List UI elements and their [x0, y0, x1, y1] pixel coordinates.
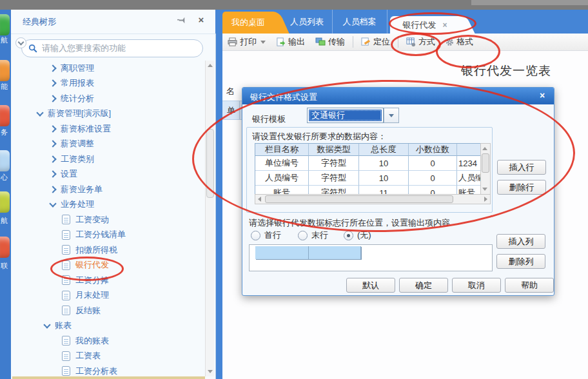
partial-table-header-row: 单	[222, 101, 242, 120]
scroll-down-icon[interactable]	[482, 188, 487, 191]
green-module-icon[interactable]	[0, 14, 10, 35]
tree-item[interactable]: 薪资管理[演示版]	[11, 106, 194, 122]
vermilion-module-icon[interactable]	[0, 237, 10, 258]
scroll-left-icon[interactable]	[258, 197, 261, 202]
tree-item[interactable]: 薪资调整	[11, 137, 194, 152]
locate-button[interactable]: 定位	[356, 35, 395, 49]
tree-item[interactable]: 工资变动	[11, 212, 194, 228]
scrollbar-thumb[interactable]	[265, 195, 453, 203]
pin-icon[interactable]	[177, 15, 189, 27]
tree-item[interactable]: 统计分析	[11, 91, 194, 106]
selected-bank-template: 交通银行	[309, 110, 382, 121]
radio-last-row[interactable]	[298, 231, 308, 240]
tree-item-bank-pay[interactable]: 银行代发	[11, 258, 194, 273]
close-icon[interactable]: ×	[195, 14, 207, 26]
report-title: 银行代发一览表	[461, 63, 551, 79]
delete-column-button[interactable]: 删除列	[496, 254, 545, 269]
scroll-up-icon[interactable]	[482, 147, 487, 150]
tab-my-desktop[interactable]: 我的桌面	[222, 12, 274, 34]
dialog-close-icon[interactable]: ×	[537, 90, 547, 101]
tab-close-icon[interactable]: ×	[442, 21, 447, 30]
combo-dropdown-button[interactable]	[384, 108, 399, 123]
scrollbar-thumb[interactable]	[482, 153, 489, 173]
document-icon	[62, 230, 70, 240]
chevron-down-icon	[18, 39, 24, 46]
document-icon	[62, 306, 70, 315]
mode-button[interactable]: 方式	[401, 35, 440, 49]
tab-personnel-file[interactable]: 人员档案	[332, 10, 387, 34]
tree-item[interactable]: 常用报表	[11, 76, 194, 92]
transfer-button[interactable]: 传输	[310, 35, 350, 49]
table-row[interactable]: 账号 字符型 11 0 账号	[255, 186, 481, 195]
red-module-icon[interactable]	[0, 105, 10, 126]
tab-bank-pay[interactable]: 银行代发 ×	[390, 16, 460, 34]
panel-collapse-button[interactable]	[15, 37, 26, 48]
tree-item[interactable]: 扣缴所得税	[11, 242, 194, 258]
tree-item[interactable]: 月末处理	[11, 288, 194, 304]
panel-bottom-strip	[12, 376, 205, 379]
dialog-title: 银行文件格式设置	[250, 92, 317, 103]
cancel-button[interactable]: 取消	[452, 278, 501, 293]
document-icon	[62, 351, 70, 361]
table-row[interactable]: 人员编号 字符型 10 0 人员编	[255, 171, 481, 186]
flag-row-position-radios: 首行 末行 (无)	[251, 230, 371, 240]
orange-module-icon[interactable]	[0, 60, 10, 81]
blue-module-icon[interactable]	[0, 150, 10, 171]
tree-item[interactable]: 反结账	[11, 303, 194, 318]
module-label: 心	[1, 173, 11, 181]
tree-item[interactable]: 我的账表	[11, 333, 194, 349]
help-button[interactable]: 帮助	[505, 278, 554, 293]
grid-header-cell[interactable]	[255, 246, 309, 259]
tree-item[interactable]: 业务处理	[11, 197, 194, 213]
tree-item[interactable]: 离职管理	[11, 61, 194, 76]
document-icon	[62, 336, 70, 345]
table-row[interactable]: 单位编号 字符型 10 0 1234	[255, 156, 481, 171]
dialog-titlebar[interactable]: 银行文件格式设置 ×	[242, 88, 554, 104]
tree-scrollbar[interactable]	[205, 61, 214, 376]
tree-item[interactable]: 工资类别	[11, 151, 194, 167]
radio-first-row[interactable]	[251, 231, 260, 240]
print-button[interactable]: 打印	[222, 35, 271, 49]
function-tree: 离职管理 常用报表 统计分析 薪资管理[演示版] 薪资标准设置 薪资调整 工资类…	[11, 61, 194, 379]
table-header-row: 栏目名称 数据类型 总长度 小数位数	[255, 144, 481, 156]
document-icon	[62, 291, 70, 300]
bank-template-select[interactable]: 交通银行	[307, 108, 384, 123]
default-button[interactable]: 默认	[346, 278, 395, 293]
tree-item[interactable]: 账表	[11, 318, 194, 334]
ok-button[interactable]: 确定	[399, 278, 448, 293]
dropdown-caret-icon[interactable]	[260, 41, 266, 44]
sidebar-content-divider	[215, 10, 222, 379]
tree-item[interactable]: 薪资标准设置	[11, 121, 194, 137]
document-icon	[62, 260, 70, 270]
tree-item[interactable]: 薪资业务单	[11, 182, 194, 197]
transfer-icon	[315, 37, 326, 46]
radio-none[interactable]	[344, 231, 353, 240]
tab-personnel-list[interactable]: 人员列表	[282, 10, 333, 34]
scrollbar-thumb[interactable]	[206, 129, 214, 198]
chevron-down-icon	[389, 114, 394, 117]
tree-item[interactable]: 工资表	[11, 349, 194, 364]
module-label: 航	[1, 217, 11, 224]
table-horizontal-scrollbar[interactable]	[255, 194, 491, 204]
section2-hint: 请选择银行代发数据标志行所在位置，设置输出项内容	[249, 217, 450, 229]
table-vertical-scrollbar[interactable]	[480, 143, 491, 195]
chevron-down-icon	[36, 109, 43, 116]
scroll-right-icon[interactable]	[484, 197, 487, 202]
scroll-up-icon[interactable]	[208, 64, 213, 67]
delete-row-button[interactable]: 删除行	[497, 180, 546, 195]
module-label: 能	[1, 83, 11, 90]
yellowgreen-module-icon[interactable]	[0, 191, 10, 213]
gear-icon	[446, 38, 454, 46]
grid-header-cell[interactable]	[309, 246, 361, 259]
scroll-down-icon[interactable]	[208, 370, 213, 373]
insert-row-button[interactable]: 插入行	[497, 160, 546, 175]
tree-item[interactable]: 工资分摊	[11, 273, 194, 288]
output-button[interactable]: 输出	[271, 35, 310, 49]
output-items-grid[interactable]	[249, 244, 493, 271]
insert-column-button[interactable]: 插入列	[496, 234, 545, 249]
format-button[interactable]: 格式	[440, 35, 478, 49]
format-columns-table[interactable]: 栏目名称 数据类型 总长度 小数位数 单位编号 字符型 10 0 1234 人员…	[255, 143, 482, 195]
tree-item[interactable]: 设置	[11, 167, 194, 182]
search-input[interactable]: 请输入您要搜索的功能	[21, 39, 203, 57]
tree-item[interactable]: 工资分钱清单	[11, 228, 194, 243]
